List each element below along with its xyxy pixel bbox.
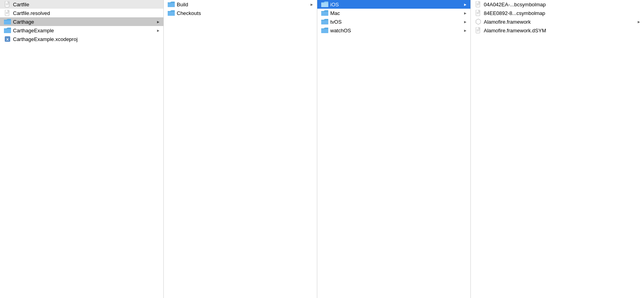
svg-rect-8 xyxy=(4,20,11,20)
file-icon xyxy=(475,1,482,7)
folder-icon xyxy=(321,1,328,7)
item-label: Alamofire.framework xyxy=(484,19,635,25)
list-item-ios[interactable]: iOS ► xyxy=(317,0,470,9)
folder-icon xyxy=(321,27,328,34)
finder-window: Cartfile Cartfile.resolved xyxy=(0,0,644,298)
item-label: Mac xyxy=(330,10,462,16)
list-item-build[interactable]: Build ► xyxy=(164,0,317,9)
xcodeproj-icon: X xyxy=(4,36,11,42)
list-item-mac[interactable]: Mac ► xyxy=(317,9,470,17)
column-2: Build ► Checkouts xyxy=(164,0,317,298)
item-label: Cartfile.resolved xyxy=(13,10,160,16)
item-label: tvOS xyxy=(330,19,462,25)
item-label: Alamofire.framework.dSYM xyxy=(484,28,641,34)
column-3: iOS ► Mac ► tvOS xyxy=(317,0,471,298)
folder-icon xyxy=(168,10,175,16)
list-item[interactable]: CarthageExample ► xyxy=(0,26,163,35)
item-label: Carthage xyxy=(13,19,155,25)
svg-text:X: X xyxy=(6,37,9,41)
chevron-right-icon: ► xyxy=(155,28,160,33)
chevron-right-icon: ► xyxy=(308,2,314,7)
folder-icon xyxy=(321,19,328,25)
list-item-bcsymbolmap[interactable]: 04A042EA-...bcsymbolmap xyxy=(471,0,644,9)
chevron-right-icon: ► xyxy=(462,28,467,33)
folder-icon xyxy=(168,1,175,7)
folder-icon xyxy=(321,10,328,16)
framework-icon xyxy=(475,19,482,25)
item-label: watchOS xyxy=(330,28,462,34)
list-item-csymbolmap[interactable]: 84EE0892-8...csymbolmap xyxy=(471,9,644,17)
folder-icon xyxy=(4,19,11,25)
column-1: Cartfile Cartfile.resolved xyxy=(0,0,164,298)
item-label: Build xyxy=(177,2,308,7)
item-label: 84EE0892-8...csymbolmap xyxy=(484,10,641,16)
chevron-right-icon: ► xyxy=(462,11,467,15)
svg-rect-13 xyxy=(168,11,175,11)
file-icon xyxy=(4,10,11,16)
svg-rect-9 xyxy=(4,28,11,29)
item-label: CarthageExample.xcodeproj xyxy=(13,36,160,42)
column-4: 04A042EA-...bcsymbolmap 84EE0892-8...csy… xyxy=(471,0,644,298)
svg-rect-15 xyxy=(321,11,328,11)
list-item-tvos[interactable]: tvOS ► xyxy=(317,17,470,26)
chevron-right-icon: ► xyxy=(462,2,467,7)
chevron-right-icon: ► xyxy=(155,20,160,24)
list-item[interactable]: X CarthageExample.xcodeproj xyxy=(0,35,163,43)
list-item[interactable]: Cartfile.resolved xyxy=(0,9,163,17)
svg-rect-12 xyxy=(168,2,175,3)
file-icon xyxy=(4,1,11,7)
svg-rect-14 xyxy=(321,2,328,3)
chevron-right-icon: ► xyxy=(635,20,641,24)
svg-marker-26 xyxy=(476,19,481,24)
item-label: iOS xyxy=(330,2,462,7)
chevron-right-icon: ► xyxy=(462,20,467,24)
svg-rect-17 xyxy=(321,28,328,29)
svg-rect-16 xyxy=(321,20,328,20)
list-item-carthage[interactable]: Carthage ► xyxy=(0,17,163,26)
list-item-watchos[interactable]: watchOS ► xyxy=(317,26,470,35)
list-item-alamofire-dsym[interactable]: Alamofire.framework.dSYM xyxy=(471,26,644,35)
item-label: 04A042EA-...bcsymbolmap xyxy=(484,2,641,7)
item-label: Cartfile xyxy=(13,2,160,7)
folder-icon xyxy=(4,27,11,34)
list-item-checkouts[interactable]: Checkouts xyxy=(164,9,317,17)
item-label: CarthageExample xyxy=(13,28,155,34)
file-icon xyxy=(475,27,482,34)
list-item[interactable]: Cartfile xyxy=(0,0,163,9)
list-item-alamofire-framework[interactable]: Alamofire.framework ► xyxy=(471,17,644,26)
item-label: Checkouts xyxy=(177,10,314,16)
file-icon xyxy=(475,10,482,16)
